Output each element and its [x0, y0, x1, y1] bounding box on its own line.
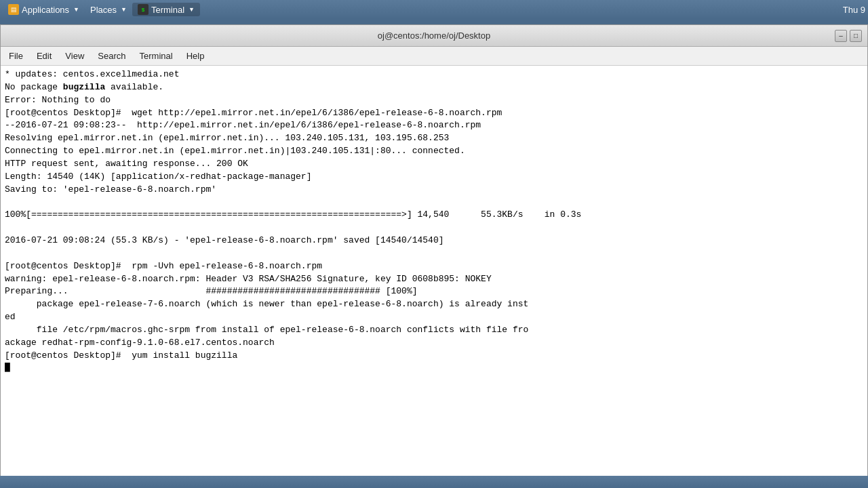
- terminal-window: oj@centos:/home/oj/Desktop – □ File Edit…: [0, 24, 868, 488]
- terminal-line: ed: [5, 311, 863, 324]
- datetime-display: Thu 9: [843, 5, 865, 15]
- terminal-arrow: ▼: [189, 6, 195, 13]
- terminal-icon: $: [138, 4, 149, 15]
- terminal-line: HTTP request sent, awaiting response... …: [5, 158, 863, 171]
- maximize-button[interactable]: □: [850, 30, 862, 42]
- terminal-line: [5, 247, 863, 260]
- terminal-line: 100%[===================================…: [5, 209, 863, 222]
- places-menu[interactable]: Places ▼: [85, 3, 132, 16]
- terminal-line: package epel-release-7-6.noarch (which i…: [5, 298, 863, 311]
- terminal-line: ackage redhat-rpm-config-9.1.0-68.el7.ce…: [5, 337, 863, 350]
- places-arrow: ▼: [121, 6, 127, 13]
- terminal-line: warning: epel-release-6-8.noarch.rpm: He…: [5, 273, 863, 286]
- view-menu[interactable]: View: [60, 49, 90, 62]
- terminal-line: Error: Nothing to do: [5, 94, 863, 107]
- terminal-cursor-line: █: [5, 362, 863, 375]
- terminal-line: Preparing... ###########################…: [5, 285, 863, 298]
- search-menu[interactable]: Search: [92, 49, 131, 62]
- terminal-title: oj@centos:/home/oj/Desktop: [378, 30, 490, 41]
- terminal-line: [root@centos Desktop]# wget http://epel.…: [5, 107, 863, 120]
- places-label: Places: [90, 5, 117, 15]
- terminal-line: [root@centos Desktop]# rpm -Uvh epel-rel…: [5, 260, 863, 273]
- terminal-line: [5, 196, 863, 209]
- status-bar: [0, 476, 868, 488]
- applications-icon: ▤: [8, 4, 19, 15]
- terminal-label: Terminal: [151, 5, 184, 15]
- terminal-submenu[interactable]: Terminal: [134, 49, 178, 62]
- topbar-right: Thu 9: [843, 5, 865, 15]
- terminal-line: Connecting to epel.mirror.net.in (epel.m…: [5, 145, 863, 158]
- terminal-content[interactable]: * updates: centos.excellmedia.net No pac…: [1, 66, 867, 476]
- file-menu[interactable]: File: [3, 49, 28, 62]
- applications-arrow: ▼: [73, 6, 79, 13]
- terminal-line: file /etc/rpm/macros.ghc-srpm from insta…: [5, 324, 863, 337]
- applications-menu[interactable]: ▤ Applications ▼: [3, 3, 85, 16]
- terminal-line: [5, 222, 863, 235]
- top-menubar: ▤ Applications ▼ Places ▼ $ Terminal ▼ T…: [0, 0, 868, 19]
- terminal-line: Length: 14540 (14K) [application/x-redha…: [5, 171, 863, 184]
- help-menu[interactable]: Help: [181, 49, 210, 62]
- terminal-line: 2016-07-21 09:08:24 (55.3 KB/s) - 'epel-…: [5, 235, 863, 247]
- minimize-button[interactable]: –: [835, 30, 847, 42]
- applications-label: Applications: [22, 5, 69, 15]
- terminal-line: Saving to: 'epel-release-6-8.noarch.rpm': [5, 184, 863, 197]
- titlebar-buttons: – □: [835, 30, 862, 42]
- terminal-menubar: File Edit View Search Terminal Help: [1, 47, 867, 66]
- terminal-line: No package bugzilla available.: [5, 81, 863, 94]
- terminal-menu[interactable]: $ Terminal ▼: [132, 3, 200, 16]
- edit-menu[interactable]: Edit: [31, 49, 57, 62]
- terminal-line: [root@centos Desktop]# yum install bugzi…: [5, 350, 863, 363]
- terminal-line: * updates: centos.excellmedia.net: [5, 68, 863, 81]
- terminal-titlebar: oj@centos:/home/oj/Desktop – □: [1, 25, 867, 47]
- terminal-line: Resolving epel.mirror.net.in (epel.mirro…: [5, 132, 863, 145]
- terminal-line: --2016-07-21 09:08:23-- http://epel.mirr…: [5, 119, 863, 132]
